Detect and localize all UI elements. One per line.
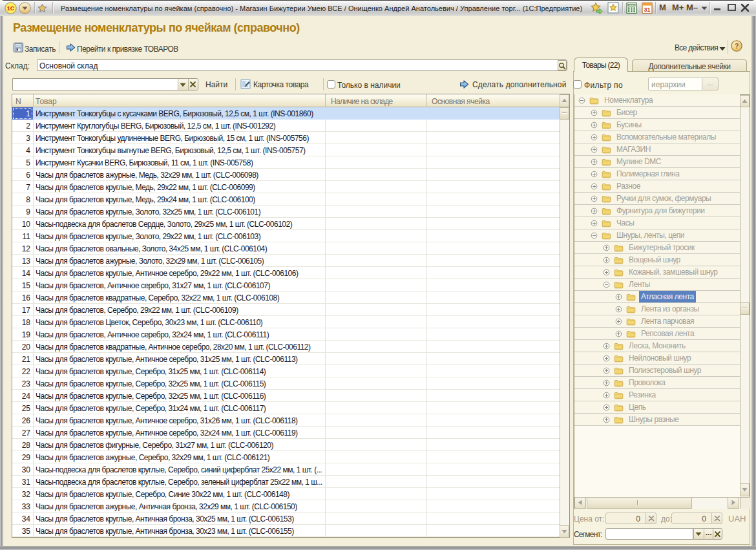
svg-text:1C: 1C [7, 5, 15, 12]
svg-text:31: 31 [644, 6, 650, 13]
svg-text:?: ? [735, 42, 739, 50]
